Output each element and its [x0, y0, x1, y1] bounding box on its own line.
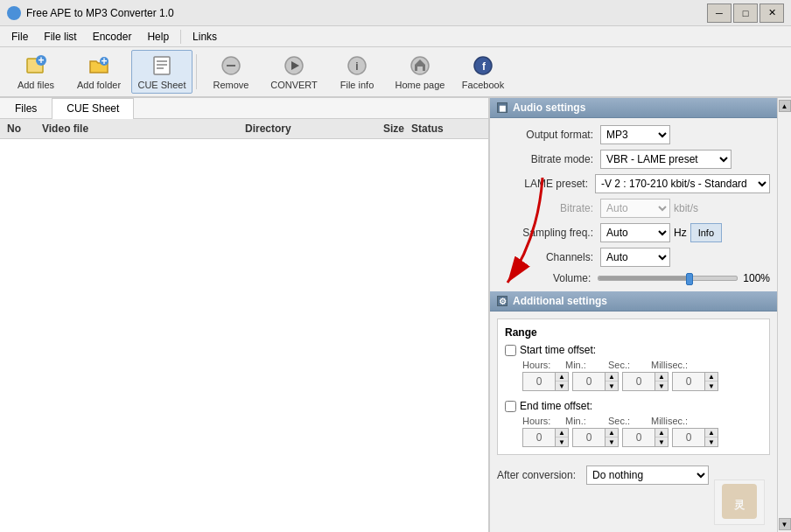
toolbar-divider-1: [196, 54, 197, 89]
start-min-up[interactable]: ▲: [606, 373, 618, 382]
file-info-label: File info: [340, 80, 374, 90]
start-millisec-label: Millisec.:: [651, 360, 690, 370]
lame-preset-select[interactable]: -V 2 : 170-210 kbit/s - Standard -V 0 : …: [595, 174, 770, 193]
start-sec-input[interactable]: [622, 372, 655, 391]
start-min-input[interactable]: [572, 372, 606, 391]
channels-row: Channels: Auto Stereo Mono: [497, 248, 770, 267]
start-millisec-spinbox: ▲ ▼: [672, 372, 718, 391]
menu-encoder[interactable]: Encoder: [85, 28, 140, 46]
start-millisec-input[interactable]: [672, 372, 705, 391]
minimize-button[interactable]: ─: [707, 4, 732, 23]
start-hours-spinbox: ▲ ▼: [522, 372, 569, 391]
close-button[interactable]: ✕: [760, 4, 784, 23]
remove-button[interactable]: Remove: [200, 50, 262, 94]
sampling-freq-select[interactable]: Auto 44100 48000: [600, 223, 670, 242]
end-millisec-label: Millisec.:: [651, 416, 690, 426]
menu-links[interactable]: Links: [185, 28, 225, 46]
maximize-button[interactable]: □: [733, 4, 758, 23]
end-sec-up[interactable]: ▲: [655, 429, 668, 438]
svg-text:灵: 灵: [733, 499, 746, 511]
bitrate-select[interactable]: Auto: [600, 199, 670, 218]
main-area: Files CUE Sheet No Video file Directory …: [0, 98, 791, 532]
bitrate-mode-select[interactable]: VBR - LAME preset CBR ABR: [600, 150, 732, 169]
end-millisec-up[interactable]: ▲: [705, 429, 718, 438]
channels-select[interactable]: Auto Stereo Mono: [600, 248, 670, 267]
end-hours-input[interactable]: [522, 428, 556, 447]
menu-file-list[interactable]: File list: [36, 28, 84, 46]
home-page-button[interactable]: Home page: [389, 50, 451, 94]
after-conversion-select[interactable]: Do nothing Shutdown Hibernate: [586, 466, 709, 485]
end-hours-spinbtns: ▲ ▼: [556, 428, 569, 447]
end-sec-input[interactable]: [622, 428, 655, 447]
start-sec-up[interactable]: ▲: [655, 373, 668, 382]
menu-file[interactable]: File: [4, 28, 36, 46]
lame-preset-control: -V 2 : 170-210 kbit/s - Standard -V 0 : …: [595, 174, 770, 193]
cue-sheet-button[interactable]: CUE Sheet: [131, 50, 192, 94]
svg-text:i: i: [355, 60, 358, 73]
lame-preset-label: LAME preset:: [497, 178, 588, 190]
scroll-up[interactable]: ▲: [779, 100, 791, 112]
end-millisec-input[interactable]: [672, 428, 705, 447]
add-files-label: Add files: [18, 80, 54, 90]
app-title: Free APE to MP3 Converter 1.0: [26, 7, 174, 19]
scrollbar[interactable]: ▲ ▼: [777, 98, 791, 532]
tab-cue-sheet[interactable]: CUE Sheet: [52, 98, 134, 119]
start-hours-down[interactable]: ▼: [556, 382, 568, 390]
start-millisec-up[interactable]: ▲: [705, 373, 718, 382]
end-sec-spinbox: ▲ ▼: [622, 428, 668, 447]
file-info-button[interactable]: i File info: [326, 50, 388, 94]
col-header-no: No: [7, 122, 42, 135]
start-hours-up[interactable]: ▲: [556, 373, 568, 382]
sampling-freq-control: Auto 44100 48000 Hz Info: [600, 223, 722, 242]
start-hours-input[interactable]: [522, 372, 556, 391]
additional-settings-header: ⚙ Additional settings: [490, 291, 777, 312]
table-header: No Video file Directory Size Status: [0, 119, 488, 139]
end-millisec-down[interactable]: ▼: [705, 438, 718, 446]
end-min-down[interactable]: ▼: [606, 438, 618, 446]
tab-files[interactable]: Files: [0, 98, 52, 118]
right-panel: ◼ Audio settings Output format: MP3 OGG …: [490, 98, 777, 532]
facebook-button[interactable]: f Facebook: [452, 50, 514, 94]
menu-help[interactable]: Help: [139, 28, 177, 46]
end-min-input[interactable]: [572, 428, 606, 447]
col-header-dir: Directory: [245, 122, 359, 135]
convert-button[interactable]: CONVERT: [263, 50, 325, 94]
start-min-spinbtns: ▲ ▼: [606, 372, 619, 391]
end-sec-spinbtns: ▲ ▼: [655, 428, 668, 447]
start-min-down[interactable]: ▼: [606, 382, 618, 390]
additional-settings-toggle[interactable]: ⚙: [497, 296, 508, 306]
volume-slider-track[interactable]: [598, 276, 738, 281]
scroll-down[interactable]: ▼: [779, 518, 791, 530]
file-table: No Video file Directory Size Status: [0, 119, 488, 532]
start-sec-down[interactable]: ▼: [655, 382, 668, 390]
lame-preset-row: LAME preset: -V 2 : 170-210 kbit/s - Sta…: [497, 174, 770, 193]
end-sec-down[interactable]: ▼: [655, 438, 668, 446]
audio-settings-header: ◼ Audio settings: [490, 98, 777, 118]
end-min-up[interactable]: ▲: [606, 429, 618, 438]
after-conversion-label: After conversion:: [497, 469, 576, 481]
add-files-button[interactable]: + Add files: [5, 50, 66, 94]
start-time-checkbox[interactable]: [505, 345, 516, 356]
facebook-icon: f: [471, 53, 495, 78]
audio-settings-toggle[interactable]: ◼: [497, 102, 508, 113]
left-panel: Files CUE Sheet No Video file Directory …: [0, 98, 490, 532]
volume-slider-thumb[interactable]: [686, 273, 693, 285]
start-time-labels: Hours: Min.: Sec.: Millisec.:: [522, 360, 762, 370]
info-button[interactable]: Info: [690, 223, 722, 242]
output-format-row: Output format: MP3 OGG FLAC WAV: [497, 125, 770, 144]
end-hours-down[interactable]: ▼: [556, 438, 568, 446]
end-time-checkbox[interactable]: [505, 401, 516, 412]
title-bar: Free APE to MP3 Converter 1.0 ─ □ ✕: [0, 0, 791, 26]
col-header-status: Status: [411, 122, 481, 135]
end-hours-up[interactable]: ▲: [556, 429, 568, 438]
output-format-select[interactable]: MP3 OGG FLAC WAV: [600, 125, 670, 144]
add-folder-button[interactable]: + Add folder: [68, 50, 130, 94]
start-sec-spinbox: ▲ ▼: [622, 372, 668, 391]
start-millisec-down[interactable]: ▼: [705, 382, 718, 390]
svg-rect-17: [417, 66, 423, 71]
start-time-inputs: ▲ ▼ ▲ ▼: [522, 372, 762, 391]
start-min-label: Min.:: [565, 360, 605, 370]
bitrate-mode-label: Bitrate mode:: [497, 153, 593, 165]
svg-text:+: +: [101, 55, 107, 67]
home-page-icon: [408, 53, 432, 78]
